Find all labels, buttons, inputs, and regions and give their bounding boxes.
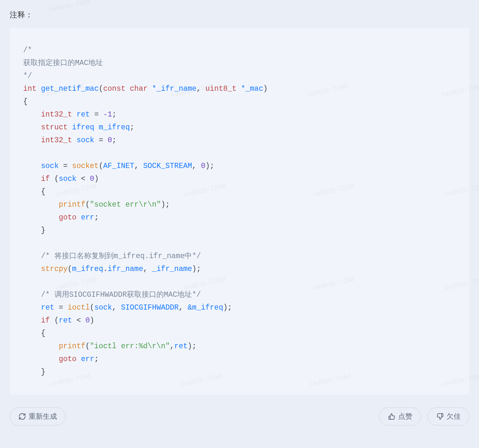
- regenerate-label: 重新生成: [29, 412, 57, 421]
- thumbs-up-icon: [388, 413, 396, 420]
- section-title: 注释：: [10, 10, 469, 20]
- regenerate-button[interactable]: 重新生成: [10, 407, 66, 425]
- footer: 重新生成 点赞 欠佳: [10, 407, 469, 425]
- like-button[interactable]: 点赞: [379, 407, 421, 425]
- dislike-button[interactable]: 欠佳: [427, 407, 469, 425]
- code-block: /* 获取指定接口的MAC地址 */ int get_netif_mac(con…: [23, 44, 456, 378]
- code-card: /* 获取指定接口的MAC地址 */ int get_netif_mac(con…: [10, 28, 469, 395]
- dislike-label: 欠佳: [446, 412, 461, 421]
- like-label: 点赞: [398, 412, 412, 421]
- refresh-icon: [18, 413, 26, 420]
- thumbs-down-icon: [436, 413, 444, 420]
